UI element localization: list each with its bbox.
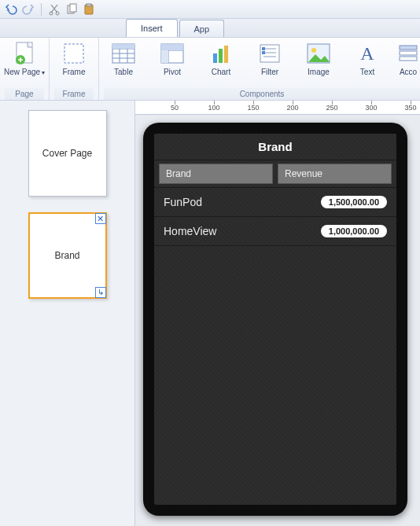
svg-rect-19 (262, 51, 265, 54)
svg-rect-10 (112, 44, 134, 49)
accordion-label: Acco (400, 68, 417, 76)
copy-button[interactable] (64, 2, 79, 17)
svg-rect-18 (262, 47, 265, 50)
resize-handle-icon[interactable]: ↳ (95, 287, 106, 298)
svg-rect-24 (400, 51, 417, 55)
column-header-revenue[interactable]: Revenue (278, 164, 392, 184)
svg-rect-15 (219, 49, 223, 63)
svg-rect-5 (87, 4, 91, 6)
design-canvas[interactable]: 50100150200250300350 Brand Brand Revenue… (135, 101, 420, 526)
svg-rect-3 (70, 4, 76, 12)
group-label-page: Page (5, 88, 44, 100)
separator (41, 3, 42, 16)
svg-rect-13 (161, 44, 183, 50)
ribbon-group-page: New Page▾ Page (0, 38, 50, 100)
device-frame: Brand Brand Revenue FunPod 1,500,000.00 … (143, 123, 407, 516)
ribbon: New Page▾ Page Frame Frame Table Pivot (0, 38, 420, 101)
pivot-label: Pivot (164, 68, 181, 76)
group-label-components: Components (104, 88, 420, 100)
copy-icon (65, 3, 78, 16)
image-button[interactable]: Image (299, 41, 338, 76)
svg-rect-16 (224, 46, 228, 63)
row-name: FunPod (164, 196, 202, 208)
chart-label: Chart (212, 68, 230, 76)
svg-rect-8 (64, 44, 83, 63)
svg-rect-23 (400, 46, 417, 50)
chart-icon (208, 41, 234, 66)
data-row[interactable]: HomeView 1,000,000.00 (154, 217, 396, 246)
cut-button[interactable] (46, 2, 62, 17)
svg-rect-25 (400, 57, 417, 61)
frame-label: Frame (63, 68, 86, 76)
table-icon (111, 41, 136, 66)
ribbon-group-frame: Frame Frame (50, 38, 99, 100)
undo-button[interactable] (3, 2, 19, 17)
group-label-frame: Frame (54, 88, 94, 100)
device-screen: Brand Brand Revenue FunPod 1,500,000.00 … (154, 134, 396, 505)
page-thumbnail-cover[interactable]: Cover Page (28, 110, 107, 197)
page-thumbnail-title: Cover Page (42, 148, 92, 159)
image-icon (306, 41, 331, 66)
row-value: 1,000,000.00 (321, 225, 387, 237)
new-page-button[interactable]: New Page▾ (5, 41, 44, 76)
quick-access-toolbar (0, 0, 420, 19)
filter-button[interactable]: Filter (250, 41, 289, 76)
page-thumbnail-title: Brand (54, 250, 79, 261)
workspace: Cover Page Brand ✕ ↳ 5010015020025030035… (0, 101, 420, 526)
close-icon[interactable]: ✕ (95, 213, 106, 224)
filter-label: Filter (261, 68, 278, 76)
svg-point-21 (311, 48, 316, 53)
ribbon-group-components: Table Pivot Chart Filter Image A Text (99, 38, 420, 100)
text-button[interactable]: A Text (348, 41, 387, 76)
page-thumbnail-brand[interactable]: Brand ✕ ↳ (28, 212, 107, 299)
chart-button[interactable]: Chart (201, 41, 241, 76)
tab-app[interactable]: App (179, 20, 225, 37)
frame-button[interactable]: Frame (54, 41, 94, 76)
dropdown-arrow-icon: ▾ (42, 69, 45, 76)
frame-icon (61, 41, 87, 66)
paste-button[interactable] (81, 2, 97, 17)
svg-rect-14 (213, 53, 217, 63)
accordion-icon (396, 41, 420, 66)
screen-title: Brand (154, 134, 396, 160)
row-name: HomeView (164, 225, 216, 237)
filter-icon (257, 41, 282, 66)
text-icon: A (355, 41, 380, 66)
horizontal-ruler: 50100150200250300350 (135, 101, 420, 115)
redo-button[interactable] (20, 2, 36, 17)
row-value: 1,500,000.00 (321, 196, 387, 208)
text-label: Text (360, 68, 374, 76)
redo-icon (22, 3, 35, 16)
undo-icon (5, 3, 17, 16)
table-button[interactable]: Table (104, 41, 143, 76)
ribbon-tabs: Insert App (0, 19, 420, 38)
svg-text:A: A (360, 43, 374, 64)
pivot-button[interactable]: Pivot (153, 41, 192, 76)
new-page-label: New Page▾ (4, 68, 45, 76)
column-header-row: Brand Revenue (154, 160, 396, 188)
table-label: Table (114, 68, 133, 76)
tab-insert[interactable]: Insert (126, 19, 178, 37)
accordion-button[interactable]: Acco (396, 41, 420, 76)
image-label: Image (308, 68, 330, 76)
cut-icon (48, 3, 61, 16)
pivot-icon (160, 41, 185, 66)
column-header-brand[interactable]: Brand (159, 164, 273, 184)
new-page-icon (12, 41, 37, 66)
pages-panel: Cover Page Brand ✕ ↳ (0, 101, 135, 526)
paste-icon (83, 3, 95, 16)
data-row[interactable]: FunPod 1,500,000.00 (154, 188, 396, 217)
